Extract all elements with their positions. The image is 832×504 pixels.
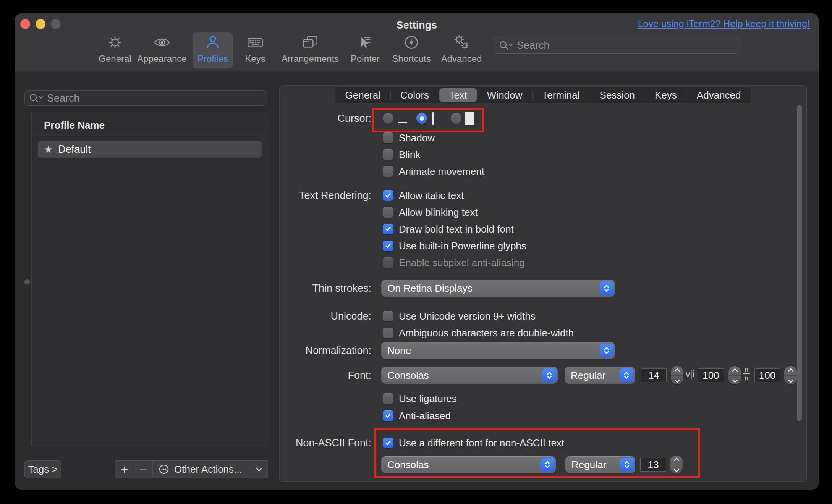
font-style-select[interactable]: Regular	[565, 367, 635, 384]
antialiased-checkbox[interactable]	[383, 410, 393, 421]
vertical-spacing-field[interactable]: 100	[754, 368, 780, 382]
blink-row: Blink	[383, 146, 420, 163]
ambiguous-width-row: Ambiguous characters are double-width	[383, 325, 574, 341]
non-ascii-font-label: Non-ASCII Font:	[219, 435, 371, 451]
font-size-stepper[interactable]	[671, 366, 683, 384]
subpixel-row: Enable subpixel anti-aliasing	[383, 254, 525, 271]
bolt-circle-icon	[402, 33, 421, 52]
ligatures-checkbox[interactable]	[383, 393, 393, 404]
thin-strokes-label: Thin strokes:	[219, 280, 371, 297]
eye-icon	[153, 33, 171, 52]
non-ascii-highlight-box	[374, 428, 700, 478]
normalization-select[interactable]: None	[381, 342, 615, 359]
profile-name: Default	[58, 144, 91, 155]
remove-profile-button[interactable]: −	[134, 461, 153, 478]
popup-chevrons-icon	[542, 368, 556, 382]
gear-icon	[106, 33, 124, 52]
check-icon	[384, 242, 392, 250]
antialiased-row: Anti-aliased	[383, 407, 451, 424]
toolbar-item-label: Pointer	[351, 53, 380, 64]
tab-colors[interactable]: Colors	[390, 87, 439, 103]
horizontal-spacing-field[interactable]: 100	[698, 368, 724, 382]
vertical-spacing-stepper[interactable]	[784, 366, 797, 384]
ambiguous-width-checkbox[interactable]	[383, 328, 393, 338]
toolbar-item-label: Keys	[245, 53, 265, 64]
tags-button-label: Tags >	[28, 464, 57, 475]
splitter-handle[interactable]	[24, 279, 30, 284]
allow-italic-row: Allow italic text	[383, 187, 464, 204]
blink-checkbox[interactable]	[383, 149, 393, 160]
bold-font-checkbox[interactable]	[383, 224, 393, 234]
stepper-down-icon	[732, 379, 738, 383]
check-icon	[384, 192, 392, 199]
toolbar-item-advanced[interactable]: Advanced	[429, 33, 494, 64]
check-icon	[384, 225, 392, 233]
allow-blinking-checkbox[interactable]	[383, 207, 393, 218]
profile-actions-group: + − Other Actions...	[115, 460, 268, 478]
tab-session[interactable]: Session	[590, 87, 645, 103]
horizontal-spacing-icon: v|i	[686, 369, 694, 380]
tab-keys[interactable]: Keys	[645, 87, 687, 103]
subpixel-checkbox	[383, 257, 393, 268]
toolbar-item-label: Advanced	[441, 53, 482, 64]
gears-icon	[452, 33, 471, 52]
animate-movement-checkbox[interactable]	[383, 166, 393, 177]
plus-icon: +	[121, 462, 128, 477]
tab-advanced[interactable]: Advanced	[687, 87, 751, 103]
horizontal-spacing-stepper[interactable]	[728, 366, 741, 384]
toolbar-item-label: General	[99, 53, 131, 64]
tags-button[interactable]: Tags >	[24, 460, 61, 478]
search-placeholder: Search	[47, 92, 80, 104]
search-placeholder: Search	[517, 40, 550, 52]
profile-list: Profile Name ★ Default	[31, 113, 268, 446]
minus-icon: −	[139, 462, 147, 477]
tab-window[interactable]: Window	[477, 87, 532, 103]
thin-strokes-select[interactable]: On Retina Displays	[381, 280, 615, 297]
profile-tabs: General Colors Text Window Terminal Sess…	[279, 87, 807, 103]
tab-terminal[interactable]: Terminal	[532, 87, 589, 103]
unicode9-row: Use Unicode version 9+ widths	[383, 308, 536, 325]
animate-movement-row: Animate movement	[383, 163, 484, 180]
keyboard-icon	[246, 33, 264, 52]
person-icon	[204, 33, 222, 52]
other-actions-label: Other Actions...	[174, 464, 242, 475]
cursor-icon	[356, 33, 374, 52]
profile-search-input[interactable]: Search	[24, 90, 267, 106]
donate-link[interactable]: Love using iTerm2? Help keep it thriving…	[638, 18, 810, 29]
check-icon	[384, 412, 392, 420]
toolbar-search-input[interactable]: Search	[494, 37, 740, 54]
allow-blinking-row: Allow blinking text	[383, 204, 478, 221]
font-size-field[interactable]: 14	[641, 368, 667, 382]
allow-italic-checkbox[interactable]	[383, 190, 393, 201]
shadow-checkbox[interactable]	[383, 132, 393, 143]
search-icon	[29, 93, 44, 103]
powerline-row: Use built-in Powerline glyphs	[383, 237, 526, 254]
stepper-up-icon	[732, 368, 738, 372]
other-actions-dropdown[interactable]: Other Actions...	[153, 461, 268, 478]
ligatures-row: Use ligatures	[383, 390, 457, 407]
ellipsis-circle-icon	[158, 464, 170, 475]
tab-general[interactable]: General	[335, 87, 390, 103]
tab-text[interactable]: Text	[439, 88, 477, 102]
cursor-highlight-box	[372, 108, 484, 132]
profile-row-default[interactable]: ★ Default	[38, 141, 262, 158]
text-rendering-label: Text Rendering:	[219, 187, 371, 204]
divider	[32, 135, 268, 135]
popup-chevrons-icon	[600, 344, 613, 357]
add-profile-button[interactable]: +	[115, 461, 134, 478]
search-icon	[499, 40, 514, 51]
bold-font-row: Draw bold text in bold font	[383, 221, 514, 237]
profile-list-header: Profile Name	[44, 120, 105, 131]
font-label: Font:	[219, 367, 371, 384]
stepper-down-icon	[788, 379, 794, 383]
stepper-up-icon	[674, 368, 680, 372]
font-family-select[interactable]: Consolas	[381, 367, 558, 384]
unicode9-checkbox[interactable]	[383, 311, 393, 321]
toolbar-item-label: Appearance	[137, 53, 186, 64]
powerline-checkbox[interactable]	[383, 241, 393, 251]
star-icon: ★	[44, 144, 53, 155]
normalization-label: Normalization:	[219, 342, 371, 359]
shadow-row: Shadow	[383, 129, 435, 146]
scrollbar-thumb[interactable]	[797, 105, 802, 421]
desktop: { "window": { "title": "Settings", "link…	[0, 0, 832, 504]
